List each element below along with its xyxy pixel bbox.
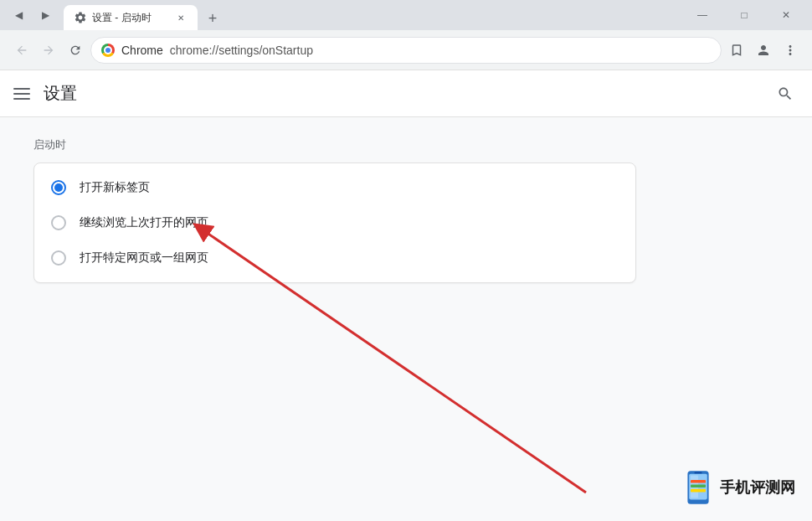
svg-rect-8 — [691, 489, 706, 493]
active-tab[interactable]: 设置 - 启动时 ✕ — [64, 5, 198, 30]
menu-icon — [783, 43, 798, 58]
svg-rect-7 — [691, 484, 706, 487]
titlebar-left: ◀ ▶ — [7, 3, 57, 27]
chrome-label: Chrome — [121, 44, 163, 57]
tab-label: 设置 - 启动时 — [92, 11, 152, 25]
tab-close-btn[interactable]: ✕ — [174, 11, 188, 24]
settings-header: 设置 — [0, 70, 812, 117]
tab-strip: 设置 - 启动时 ✕ + — [64, 0, 683, 30]
radio-label-1: 打开新标签页 — [80, 180, 150, 195]
profile-icon — [756, 43, 771, 58]
hamburger-button[interactable] — [13, 88, 30, 100]
radio-circle-3 — [51, 250, 66, 266]
url-display: chrome://settings/onStartup — [170, 44, 313, 57]
watermark-phone-icon — [683, 469, 713, 506]
bookmark-button[interactable] — [725, 39, 748, 62]
forward-button[interactable] — [37, 39, 60, 62]
startup-options-card: 打开新标签页 继续浏览上次打开的网页 打开特定网页或一组网页 — [33, 162, 636, 283]
maximize-button[interactable]: □ — [725, 0, 763, 30]
settings-header-left: 设置 — [13, 82, 77, 105]
radio-label-2: 继续浏览上次打开的网页 — [80, 215, 208, 230]
omnibox[interactable]: Chrome chrome://settings/onStartup — [90, 37, 722, 64]
watermark-label: 手机评测网 — [720, 477, 795, 498]
radio-circle-1 — [51, 180, 66, 195]
radio-option-2[interactable]: 继续浏览上次打开的网页 — [34, 205, 635, 240]
minimize-button[interactable]: — — [683, 0, 722, 30]
radio-circle-2 — [51, 215, 66, 230]
svg-rect-9 — [695, 472, 702, 474]
profile-button[interactable] — [752, 39, 775, 62]
section-label: 启动时 — [33, 137, 779, 152]
chrome-logo-icon — [101, 44, 115, 57]
settings-search-button[interactable] — [772, 80, 799, 107]
menu-button[interactable] — [779, 39, 802, 62]
back-button[interactable] — [10, 39, 33, 62]
search-icon — [777, 85, 794, 102]
titlebar: ◀ ▶ 设置 - 启动时 ✕ + — □ ✕ — [0, 0, 812, 30]
tab-forward-btn[interactable]: ▶ — [33, 3, 57, 27]
addressbar: Chrome chrome://settings/onStartup — [0, 30, 812, 70]
new-tab-button[interactable]: + — [201, 7, 224, 30]
svg-rect-6 — [691, 480, 706, 483]
settings-tab-icon — [74, 11, 87, 24]
radio-option-1[interactable]: 打开新标签页 — [34, 170, 635, 205]
reload-icon — [69, 44, 82, 57]
radio-label-3: 打开特定网页或一组网页 — [80, 250, 208, 266]
page-content: 设置 启动时 打开新标签页 继续浏览上次打开的网页 打开特定网页或一组网页 — [0, 70, 812, 521]
settings-page-title: 设置 — [44, 82, 77, 105]
back-icon — [15, 44, 28, 57]
window-controls: — □ ✕ — [683, 0, 805, 30]
reload-button[interactable] — [64, 39, 87, 62]
watermark: 手机评测网 — [683, 469, 795, 506]
bookmark-icon — [729, 43, 744, 58]
tab-back-btn[interactable]: ◀ — [7, 3, 30, 27]
close-button[interactable]: ✕ — [767, 0, 805, 30]
settings-content: 启动时 打开新标签页 继续浏览上次打开的网页 打开特定网页或一组网页 — [0, 117, 812, 521]
forward-icon — [42, 44, 55, 57]
radio-option-3[interactable]: 打开特定网页或一组网页 — [34, 240, 635, 276]
